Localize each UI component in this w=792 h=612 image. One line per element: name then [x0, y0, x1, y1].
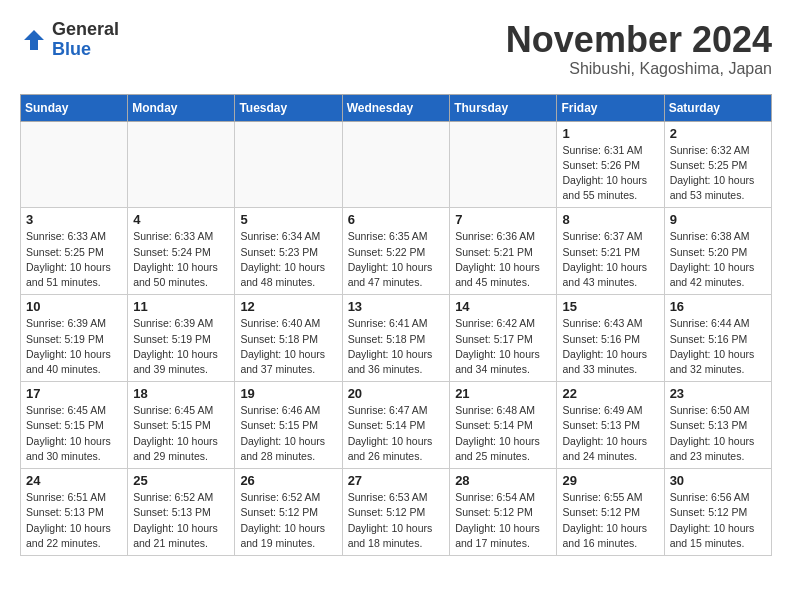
calendar-cell: 8Sunrise: 6:37 AM Sunset: 5:21 PM Daylig…: [557, 208, 664, 295]
calendar-cell: [21, 121, 128, 208]
day-info: Sunrise: 6:49 AM Sunset: 5:13 PM Dayligh…: [562, 403, 658, 464]
day-number: 7: [455, 212, 551, 227]
day-number: 28: [455, 473, 551, 488]
calendar-cell: 2Sunrise: 6:32 AM Sunset: 5:25 PM Daylig…: [664, 121, 771, 208]
logo-icon: [20, 26, 48, 54]
calendar-cell: 18Sunrise: 6:45 AM Sunset: 5:15 PM Dayli…: [128, 382, 235, 469]
logo-general: General: [52, 20, 119, 40]
page-header: General Blue November 2024 Shibushi, Kag…: [20, 20, 772, 78]
title-block: November 2024 Shibushi, Kagoshima, Japan: [506, 20, 772, 78]
calendar-cell: 15Sunrise: 6:43 AM Sunset: 5:16 PM Dayli…: [557, 295, 664, 382]
day-info: Sunrise: 6:36 AM Sunset: 5:21 PM Dayligh…: [455, 229, 551, 290]
day-number: 9: [670, 212, 766, 227]
day-info: Sunrise: 6:38 AM Sunset: 5:20 PM Dayligh…: [670, 229, 766, 290]
day-number: 4: [133, 212, 229, 227]
calendar-cell: 30Sunrise: 6:56 AM Sunset: 5:12 PM Dayli…: [664, 469, 771, 556]
day-number: 13: [348, 299, 445, 314]
day-number: 30: [670, 473, 766, 488]
calendar-week-row: 24Sunrise: 6:51 AM Sunset: 5:13 PM Dayli…: [21, 469, 772, 556]
day-info: Sunrise: 6:43 AM Sunset: 5:16 PM Dayligh…: [562, 316, 658, 377]
day-info: Sunrise: 6:52 AM Sunset: 5:12 PM Dayligh…: [240, 490, 336, 551]
day-number: 27: [348, 473, 445, 488]
weekday-header: Friday: [557, 94, 664, 121]
day-number: 17: [26, 386, 122, 401]
day-info: Sunrise: 6:31 AM Sunset: 5:26 PM Dayligh…: [562, 143, 658, 204]
calendar-cell: [342, 121, 450, 208]
svg-marker-0: [24, 30, 44, 50]
day-info: Sunrise: 6:39 AM Sunset: 5:19 PM Dayligh…: [133, 316, 229, 377]
calendar-cell: 19Sunrise: 6:46 AM Sunset: 5:15 PM Dayli…: [235, 382, 342, 469]
calendar-cell: 17Sunrise: 6:45 AM Sunset: 5:15 PM Dayli…: [21, 382, 128, 469]
weekday-header: Tuesday: [235, 94, 342, 121]
calendar-cell: [235, 121, 342, 208]
day-number: 21: [455, 386, 551, 401]
calendar-cell: 14Sunrise: 6:42 AM Sunset: 5:17 PM Dayli…: [450, 295, 557, 382]
calendar-week-row: 1Sunrise: 6:31 AM Sunset: 5:26 PM Daylig…: [21, 121, 772, 208]
calendar-cell: [128, 121, 235, 208]
day-info: Sunrise: 6:48 AM Sunset: 5:14 PM Dayligh…: [455, 403, 551, 464]
logo-blue: Blue: [52, 40, 119, 60]
day-info: Sunrise: 6:51 AM Sunset: 5:13 PM Dayligh…: [26, 490, 122, 551]
calendar-week-row: 3Sunrise: 6:33 AM Sunset: 5:25 PM Daylig…: [21, 208, 772, 295]
calendar-cell: 22Sunrise: 6:49 AM Sunset: 5:13 PM Dayli…: [557, 382, 664, 469]
day-info: Sunrise: 6:45 AM Sunset: 5:15 PM Dayligh…: [26, 403, 122, 464]
day-info: Sunrise: 6:33 AM Sunset: 5:25 PM Dayligh…: [26, 229, 122, 290]
day-number: 22: [562, 386, 658, 401]
day-info: Sunrise: 6:35 AM Sunset: 5:22 PM Dayligh…: [348, 229, 445, 290]
calendar-cell: 10Sunrise: 6:39 AM Sunset: 5:19 PM Dayli…: [21, 295, 128, 382]
logo: General Blue: [20, 20, 119, 60]
day-number: 18: [133, 386, 229, 401]
day-number: 25: [133, 473, 229, 488]
day-number: 24: [26, 473, 122, 488]
day-info: Sunrise: 6:54 AM Sunset: 5:12 PM Dayligh…: [455, 490, 551, 551]
day-info: Sunrise: 6:33 AM Sunset: 5:24 PM Dayligh…: [133, 229, 229, 290]
calendar-cell: 11Sunrise: 6:39 AM Sunset: 5:19 PM Dayli…: [128, 295, 235, 382]
logo-text: General Blue: [52, 20, 119, 60]
day-info: Sunrise: 6:50 AM Sunset: 5:13 PM Dayligh…: [670, 403, 766, 464]
calendar-week-row: 10Sunrise: 6:39 AM Sunset: 5:19 PM Dayli…: [21, 295, 772, 382]
day-info: Sunrise: 6:52 AM Sunset: 5:13 PM Dayligh…: [133, 490, 229, 551]
day-info: Sunrise: 6:56 AM Sunset: 5:12 PM Dayligh…: [670, 490, 766, 551]
calendar-cell: 27Sunrise: 6:53 AM Sunset: 5:12 PM Dayli…: [342, 469, 450, 556]
day-number: 23: [670, 386, 766, 401]
day-number: 2: [670, 126, 766, 141]
calendar-cell: 26Sunrise: 6:52 AM Sunset: 5:12 PM Dayli…: [235, 469, 342, 556]
calendar-cell: 1Sunrise: 6:31 AM Sunset: 5:26 PM Daylig…: [557, 121, 664, 208]
day-info: Sunrise: 6:42 AM Sunset: 5:17 PM Dayligh…: [455, 316, 551, 377]
month-title: November 2024: [506, 20, 772, 60]
day-info: Sunrise: 6:40 AM Sunset: 5:18 PM Dayligh…: [240, 316, 336, 377]
calendar-cell: [450, 121, 557, 208]
day-info: Sunrise: 6:39 AM Sunset: 5:19 PM Dayligh…: [26, 316, 122, 377]
calendar-cell: 23Sunrise: 6:50 AM Sunset: 5:13 PM Dayli…: [664, 382, 771, 469]
calendar-cell: 20Sunrise: 6:47 AM Sunset: 5:14 PM Dayli…: [342, 382, 450, 469]
day-number: 10: [26, 299, 122, 314]
day-number: 8: [562, 212, 658, 227]
calendar-table: SundayMondayTuesdayWednesdayThursdayFrid…: [20, 94, 772, 556]
day-number: 14: [455, 299, 551, 314]
weekday-header: Sunday: [21, 94, 128, 121]
day-info: Sunrise: 6:46 AM Sunset: 5:15 PM Dayligh…: [240, 403, 336, 464]
day-number: 29: [562, 473, 658, 488]
day-info: Sunrise: 6:53 AM Sunset: 5:12 PM Dayligh…: [348, 490, 445, 551]
day-number: 20: [348, 386, 445, 401]
calendar-cell: 3Sunrise: 6:33 AM Sunset: 5:25 PM Daylig…: [21, 208, 128, 295]
calendar-cell: 12Sunrise: 6:40 AM Sunset: 5:18 PM Dayli…: [235, 295, 342, 382]
day-info: Sunrise: 6:47 AM Sunset: 5:14 PM Dayligh…: [348, 403, 445, 464]
weekday-header: Thursday: [450, 94, 557, 121]
day-number: 5: [240, 212, 336, 227]
calendar-cell: 29Sunrise: 6:55 AM Sunset: 5:12 PM Dayli…: [557, 469, 664, 556]
day-number: 26: [240, 473, 336, 488]
location: Shibushi, Kagoshima, Japan: [506, 60, 772, 78]
day-info: Sunrise: 6:41 AM Sunset: 5:18 PM Dayligh…: [348, 316, 445, 377]
day-info: Sunrise: 6:32 AM Sunset: 5:25 PM Dayligh…: [670, 143, 766, 204]
day-info: Sunrise: 6:34 AM Sunset: 5:23 PM Dayligh…: [240, 229, 336, 290]
day-number: 3: [26, 212, 122, 227]
weekday-header: Monday: [128, 94, 235, 121]
day-info: Sunrise: 6:45 AM Sunset: 5:15 PM Dayligh…: [133, 403, 229, 464]
calendar-cell: 16Sunrise: 6:44 AM Sunset: 5:16 PM Dayli…: [664, 295, 771, 382]
weekday-header: Saturday: [664, 94, 771, 121]
calendar-cell: 13Sunrise: 6:41 AM Sunset: 5:18 PM Dayli…: [342, 295, 450, 382]
day-number: 15: [562, 299, 658, 314]
calendar-week-row: 17Sunrise: 6:45 AM Sunset: 5:15 PM Dayli…: [21, 382, 772, 469]
day-number: 12: [240, 299, 336, 314]
